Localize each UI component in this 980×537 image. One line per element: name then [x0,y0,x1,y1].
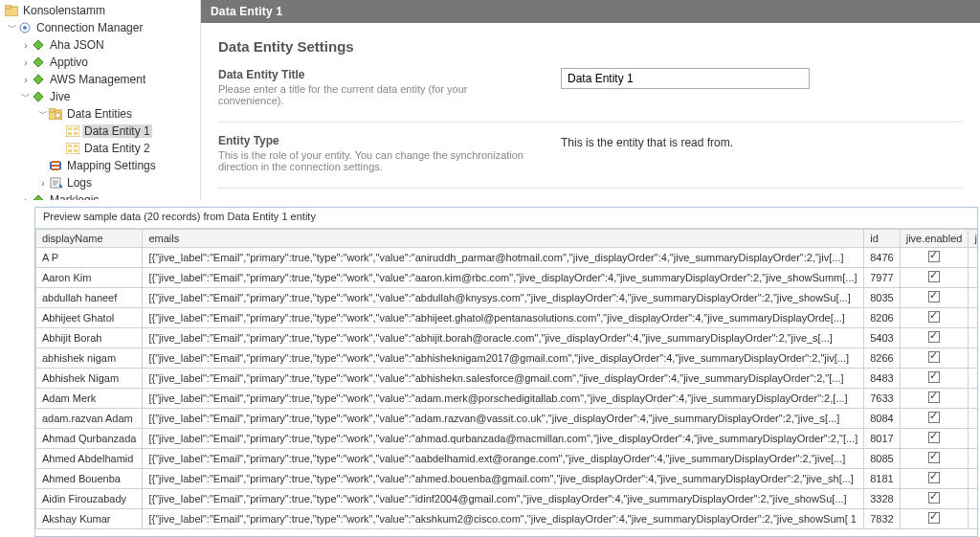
cell-id[interactable]: 3328 [864,489,900,509]
cell-enabled[interactable] [900,509,969,529]
cell-emails[interactable]: [{"jive_label":"Email","primary":true,"t… [143,308,864,328]
cell-emails[interactable]: [{"jive_label":"Email","primary":true,"t… [143,268,864,288]
cell-extra[interactable] [969,509,977,529]
cell-id[interactable]: 8017 [864,429,900,449]
cell-extra[interactable] [969,369,977,389]
tree-item-marklogic[interactable]: ›Marklogic [0,191,200,200]
cell-emails[interactable]: [{"jive_label":"Email","primary":true,"t… [143,409,864,429]
cell-displayname[interactable]: abhishek nigam [36,348,143,369]
cell-displayname[interactable]: Abhijeet Ghatol [36,308,143,328]
cell-displayname[interactable]: Akshay Kumar [36,509,143,529]
col-id[interactable]: id [864,230,900,248]
cell-enabled[interactable] [900,369,969,389]
tree-data-entities[interactable]: ﹀Data Entities [0,105,200,123]
table-row[interactable]: abdullah haneef[{"jive_label":"Email","p… [36,288,978,308]
cell-extra[interactable] [969,389,977,409]
tree-entity-data-entity-2[interactable]: Data Entity 2 [0,140,200,157]
cell-displayname[interactable]: Aaron Kim [36,268,143,288]
col-emails[interactable]: emails [143,230,864,248]
cell-enabled[interactable] [900,348,969,369]
table-row[interactable]: Ahmad Qurbanzada[{"jive_label":"Email","… [36,429,978,449]
cell-id[interactable]: 7633 [864,389,900,409]
cell-emails[interactable]: [{"jive_label":"Email","primary":true,"t… [143,449,864,469]
cell-extra[interactable] [969,248,977,268]
expand-icon[interactable]: ﹀ [38,107,48,121]
table-row[interactable]: Ahmed Abdelhamid[{"jive_label":"Email","… [36,449,978,469]
cell-displayname[interactable]: Ahmed Bouenba [36,469,143,489]
cell-extra[interactable] [969,429,977,449]
table-row[interactable]: Akshay Kumar[{"jive_label":"Email","prim… [36,509,978,529]
cell-extra[interactable] [969,348,977,369]
table-row[interactable]: abhishek nigam[{"jive_label":"Email","pr… [36,348,978,369]
col-enabled[interactable]: jive.enabled [900,230,969,248]
cell-extra[interactable] [969,328,977,348]
cell-emails[interactable]: [{"jive_label":"Email","primary":true,"t… [143,469,864,489]
col-displayname[interactable]: displayName [36,230,143,248]
tree-logs[interactable]: ›Logs [0,174,200,191]
cell-displayname[interactable]: A P [36,248,143,268]
cell-emails[interactable]: [{"jive_label":"Email","primary":true,"t… [143,489,864,509]
table-row[interactable]: Aidin Firouzabady[{"jive_label":"Email",… [36,489,978,509]
cell-id[interactable]: 8084 [864,409,900,429]
tree-item-jive[interactable]: ﹀Jive [0,88,200,105]
cell-extra[interactable] [969,288,977,308]
cell-enabled[interactable] [900,308,969,328]
tree-item-aha-json[interactable]: ›Aha JSON [0,36,200,54]
col-extra[interactable]: jive.e [969,230,977,248]
tree-mapping-settings[interactable]: Mapping Settings [0,157,200,174]
cell-extra[interactable] [969,449,977,469]
expand-icon[interactable]: › [21,57,31,68]
cell-id[interactable]: 8266 [864,348,900,369]
cell-extra[interactable] [969,409,977,429]
expand-icon[interactable]: › [21,195,31,201]
cell-id[interactable]: 8206 [864,308,900,328]
cell-extra[interactable] [969,308,977,328]
expand-icon[interactable]: ﹀ [21,90,31,103]
cell-enabled[interactable] [900,449,969,469]
table-row[interactable]: Abhishek Nigam[{"jive_label":"Email","pr… [36,369,978,389]
table-row[interactable]: Ahmed Bouenba[{"jive_label":"Email","pri… [36,469,978,489]
expand-icon[interactable]: › [21,75,31,85]
cell-id[interactable]: 8483 [864,369,900,389]
cell-emails[interactable]: [{"jive_label":"Email","primary":true,"t… [143,328,864,348]
entity-title-input[interactable] [561,68,810,89]
cell-id[interactable]: 5403 [864,328,900,348]
table-row[interactable]: Abhijeet Ghatol[{"jive_label":"Email","p… [36,308,978,328]
cell-emails[interactable]: [{"jive_label":"Email","primary":true,"t… [143,429,864,449]
cell-enabled[interactable] [900,288,969,308]
cell-enabled[interactable] [900,268,969,288]
tree-entity-data-entity-1[interactable]: Data Entity 1 [0,123,200,140]
cell-id[interactable]: 8085 [864,449,900,469]
preview-grid[interactable]: displayName emails id jive.enabled jive.… [35,229,977,536]
cell-emails[interactable]: [{"jive_label":"Email","primary":true,"t… [143,288,864,308]
cell-id[interactable]: 8181 [864,469,900,489]
cell-enabled[interactable] [900,469,969,489]
cell-displayname[interactable]: adam.razvan Adam [36,409,143,429]
cell-enabled[interactable] [900,328,969,348]
cell-emails[interactable]: [{"jive_label":"Email","primary":true,"t… [143,369,864,389]
tree-connection-manager[interactable]: ﹀ Connection Manager [0,19,200,36]
table-row[interactable]: A P[{"jive_label":"Email","primary":true… [36,248,978,268]
cell-displayname[interactable]: Abhishek Nigam [36,369,143,389]
cell-displayname[interactable]: Ahmad Qurbanzada [36,429,143,449]
cell-id[interactable]: 8035 [864,288,900,308]
cell-extra[interactable] [969,489,977,509]
expand-icon[interactable]: › [21,40,31,51]
cell-emails[interactable]: [{"jive_label":"Email","primary":true,"t… [143,248,864,268]
cell-displayname[interactable]: abdullah haneef [36,288,143,308]
cell-emails[interactable]: [{"jive_label":"Email","primary":true,"t… [143,389,864,409]
tree-root[interactable]: Konsolenstamm [0,2,200,19]
cell-extra[interactable] [969,469,977,489]
cell-id[interactable]: 8476 [864,248,900,268]
table-row[interactable]: Aaron Kim[{"jive_label":"Email","primary… [36,268,978,288]
cell-id[interactable]: 7832 [864,509,900,529]
cell-enabled[interactable] [900,389,969,409]
cell-displayname[interactable]: Adam Merk [36,389,143,409]
cell-extra[interactable] [969,268,977,288]
table-row[interactable]: Adam Merk[{"jive_label":"Email","primary… [36,389,978,409]
cell-emails[interactable]: [{"jive_label":"Email","primary":true,"t… [143,348,864,369]
cell-id[interactable]: 7977 [864,268,900,288]
cell-displayname[interactable]: Aidin Firouzabady [36,489,143,509]
cell-displayname[interactable]: Ahmed Abdelhamid [36,449,143,469]
table-row[interactable]: Abhijit Borah[{"jive_label":"Email","pri… [36,328,978,348]
